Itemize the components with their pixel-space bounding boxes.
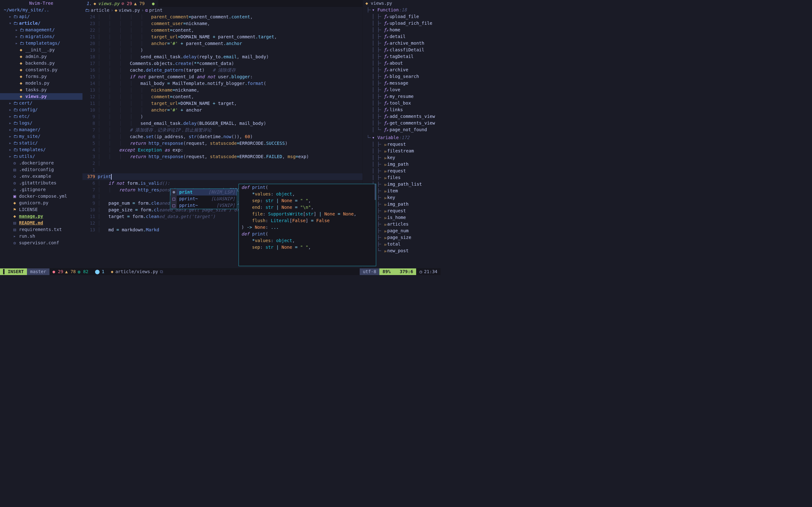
tree-item[interactable]: ▸🗀management/: [0, 26, 83, 33]
tree-item[interactable]: ▣docker-compose.yml: [0, 193, 83, 200]
code-line[interactable]: │ │ │ │ │ comment_user=nickname,: [96, 20, 362, 27]
code-line[interactable]: │ │ │ │ ): [96, 47, 362, 54]
outline-file[interactable]: ◆ views.py: [363, 0, 441, 7]
tree-item[interactable]: ◆manage.py: [0, 213, 83, 220]
outline-item[interactable]: │ ├╴ƒ𝓍about: [363, 60, 441, 66]
outline-item[interactable]: │ ├╴ƒ𝓍upload_file: [363, 13, 441, 20]
outline-group[interactable]: ├╴▾ Function:18: [363, 7, 441, 13]
outline-item[interactable]: │ ├╴ƒ𝓍classfiDetail: [363, 47, 441, 53]
tree-item[interactable]: ◆constants.py: [0, 66, 83, 73]
tree-item[interactable]: ◆gunicorn.py: [0, 200, 83, 206]
outline-item[interactable]: │ ├╴ƒ𝓍upload_rich_file: [363, 20, 441, 26]
code-line[interactable]: │ │ │ return http_response(request, stat…: [96, 140, 362, 147]
code-line[interactable]: │ │ │ return http_response(request, stat…: [96, 153, 362, 160]
outline-item[interactable]: │ ├╴ƒ𝓍archive: [363, 66, 441, 73]
tree-item[interactable]: ▸run.sh: [0, 233, 83, 239]
completion-item[interactable]: □pprint~[VSNIP]: [170, 202, 237, 209]
encoding[interactable]: utf-8: [360, 268, 379, 275]
tree-item[interactable]: ▸🗀manager/: [0, 126, 83, 133]
outline-item[interactable]: │ ├╴𝔁img_path: [363, 161, 441, 168]
scrollbar[interactable]: [374, 184, 376, 200]
outline-item[interactable]: │ ├╴ƒ𝓍love: [363, 87, 441, 93]
code-line[interactable]: │ │ │ Comments.objects.create(**comment_…: [96, 60, 362, 67]
completion-item[interactable]: □pprint~[LUASNIP]: [170, 195, 237, 202]
code-line[interactable]: │ │ │ │ │ target_url=DOMAIN_NAME + paren…: [96, 34, 362, 40]
outline-item[interactable]: │ └╴ƒ𝓍page_not_found: [363, 126, 441, 133]
tree-item[interactable]: ✿.gitattributes: [0, 180, 83, 186]
code-line[interactable]: │ │ │ │ mail_body = MailTemplate.notify_…: [96, 80, 362, 87]
outline-item[interactable]: │ ├╴𝔁request: [363, 141, 441, 148]
outline-item[interactable]: │ ├╴ƒ𝓍detail: [363, 33, 441, 40]
tree-item[interactable]: ◆models.py: [0, 80, 83, 87]
code-line[interactable]: │ │ │ # 添加缓存，记录评论IP，防止频繁评论: [96, 127, 362, 133]
code-line-current[interactable]: print: [96, 173, 362, 180]
outline-item[interactable]: │ ├╴𝔁key: [363, 154, 441, 161]
tree-item[interactable]: ▸🗀config/: [0, 107, 83, 113]
code-line[interactable]: │ │ except Exception as exp:: [96, 147, 362, 153]
code-line[interactable]: │ │ │ │ │ target_url=DOMAIN_NAME + targe…: [96, 100, 362, 107]
code-line[interactable]: │ │ │ │ send_email_task.delay(BLOGGER_EM…: [96, 120, 362, 127]
code-line[interactable]: │ │ │ │ ): [96, 113, 362, 120]
outline-item[interactable]: │ ├╴𝔁files: [363, 174, 441, 181]
code-line[interactable]: │ │ │ │ │ comment=content,: [96, 27, 362, 34]
outline-item[interactable]: │ ├╴𝔁request: [363, 168, 441, 174]
tree-item[interactable]: ▤requirements.txt: [0, 226, 83, 233]
winbar-breadcrumb[interactable]: 🗀 article › ◆ views.py › α print: [83, 7, 362, 14]
code-line[interactable]: [96, 167, 362, 173]
outline-item[interactable]: │ ├╴ƒ𝓍get_comments_view: [363, 120, 441, 126]
tree-item[interactable]: ▸🗀static/: [0, 140, 83, 147]
tree-item[interactable]: ▸🗀templatetags/: [0, 40, 83, 47]
code-line[interactable]: │ │ │ │ │ anchor='#' + anchor: [96, 107, 362, 113]
outline-item[interactable]: │ ├╴ƒ𝓍blog_search: [363, 73, 441, 80]
tree-item[interactable]: ✿.env.example: [0, 173, 83, 180]
file-tree[interactable]: ▸🗀api/▾🗀article/▸🗀management/▸🗀migration…: [0, 13, 83, 268]
outline-item[interactable]: │ ├╴ƒ𝓍tool_box: [363, 100, 441, 107]
tree-item[interactable]: ▸🗀templates/: [0, 147, 83, 153]
tree-item[interactable]: ▸🗀cert/: [0, 100, 83, 107]
tree-item[interactable]: ▾🗀article/: [0, 20, 83, 26]
outline-group[interactable]: └╴▾ Variable:172: [363, 134, 441, 141]
tree-item[interactable]: ▤.editorconfig: [0, 166, 83, 173]
tree-item[interactable]: ⚑LICENSE: [0, 206, 83, 213]
tree-item[interactable]: ◆tasks.py: [0, 87, 83, 93]
outline-item[interactable]: │ ├╴ƒ𝓍tagDetail: [363, 53, 441, 60]
file-tree-path[interactable]: ~/work/my_site/..: [0, 7, 83, 13]
code-line[interactable]: │ │ │ cache.set(ip_address, str(datetime…: [96, 133, 362, 140]
outline-item[interactable]: │ ├╴ƒ𝓍archive_month: [363, 40, 441, 47]
code-line[interactable]: │ │ │ │ send_email_task.delay(reply_to.e…: [96, 54, 362, 60]
outline-item[interactable]: │ ├╴ƒ𝓍home: [363, 26, 441, 33]
code-line[interactable]: │ │ │ │ │ anchor='#' + parent_comment.an…: [96, 40, 362, 47]
tree-item[interactable]: ▸🗀logs/: [0, 120, 83, 126]
code-line[interactable]: │ │ │ │ │ parent_comment=parent_comment.…: [96, 14, 362, 20]
tree-item[interactable]: ◆backends.py: [0, 60, 83, 66]
outline-item[interactable]: │ ├╴ƒ𝓍add_comments_view: [363, 113, 441, 120]
outline-item[interactable]: │ ├╴ƒ𝓍links: [363, 107, 441, 113]
git-branch[interactable]: master: [27, 268, 49, 275]
tree-item[interactable]: ◆views.py: [0, 93, 83, 100]
outline-item[interactable]: │ ├╴ƒ𝓍message: [363, 80, 441, 87]
code-line[interactable]: │: [96, 160, 362, 167]
tree-item[interactable]: ◆__init__.py: [0, 47, 83, 53]
tree-item[interactable]: ▸🗀api/: [0, 13, 83, 20]
tree-item[interactable]: ✿supervisor.conf: [0, 239, 83, 246]
tree-item[interactable]: ▸🗀migrations/: [0, 33, 83, 40]
tree-item[interactable]: ✿.gitignore: [0, 186, 83, 193]
code-line[interactable]: │ │ │ │ │ nickname=nickname,: [96, 87, 362, 94]
completion-popup[interactable]: ⊕print[NVIM_LSP]□pprint~[LUASNIP]□pprint…: [170, 188, 237, 209]
tab-views-py[interactable]: 1. ◆ views.py ⊘ 29 ▲ 79 ●: [83, 0, 158, 7]
outline-item[interactable]: │ ├╴ƒ𝓍my_resume: [363, 93, 441, 100]
code-line[interactable]: │ │ │ cache.delete_pattern(target) # 清除缓…: [96, 67, 362, 73]
tree-item[interactable]: ◆admin.py: [0, 53, 83, 60]
tab-bar[interactable]: 1. ◆ views.py ⊘ 29 ▲ 79 ●: [83, 0, 362, 7]
diagnostics[interactable]: ● 29 ▲ 78 ◍ 82: [49, 268, 92, 275]
tree-item[interactable]: ▤README.md: [0, 220, 83, 226]
code-line[interactable]: │ │ │ │ │ comment=content,: [96, 94, 362, 100]
completion-item[interactable]: ⊕print[NVIM_LSP]: [170, 189, 237, 195]
tree-item[interactable]: ◆forms.py: [0, 73, 83, 80]
code-line[interactable]: │ │ │ if not parent_comment_id and not u…: [96, 73, 362, 80]
tree-item[interactable]: ✿.dockerignore: [0, 160, 83, 166]
outline-item[interactable]: │ ├╴𝔁filestream: [363, 148, 441, 154]
tree-item[interactable]: ▸🗀my_site/: [0, 133, 83, 140]
tree-item[interactable]: ▸🗀utils/: [0, 153, 83, 160]
tree-item[interactable]: ▸🗀etc/: [0, 113, 83, 120]
